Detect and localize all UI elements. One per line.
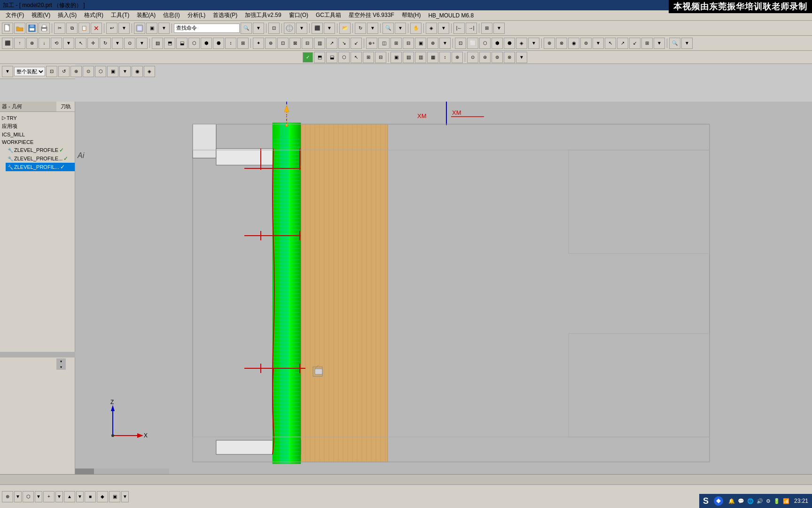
undo-button[interactable]: ↩: [106, 23, 117, 34]
tb2-b26[interactable]: ↙: [351, 38, 362, 49]
tb2-b42[interactable]: ⊗: [556, 38, 567, 49]
rotate-button[interactable]: ↻: [355, 23, 366, 34]
menu-assembly[interactable]: 装配(A): [133, 11, 159, 20]
tb2-b3[interactable]: ⊕: [26, 38, 38, 49]
layer-button[interactable]: 📂: [339, 23, 351, 34]
tb2-b36[interactable]: ⬡: [479, 38, 491, 49]
tb2-b29[interactable]: ⊞: [390, 38, 402, 49]
tb2-b8[interactable]: ⊙: [124, 38, 135, 49]
tb4-b8[interactable]: ◉: [132, 66, 143, 77]
tb2-b32[interactable]: ⊕: [427, 38, 438, 49]
tb3-b7[interactable]: ⊟: [375, 52, 386, 63]
bottom-arrow1[interactable]: ▼: [14, 491, 22, 502]
tb2-b46[interactable]: ↖: [605, 38, 616, 49]
view-shade[interactable]: [134, 23, 145, 34]
tb2-b50[interactable]: ▼: [654, 38, 665, 49]
tb4-b9[interactable]: ◈: [144, 66, 155, 77]
bottom-b3[interactable]: +: [43, 491, 55, 502]
cad-canvas[interactable]: XM XM Z X Ai: [75, 102, 812, 484]
save-button[interactable]: [26, 23, 38, 34]
tb3-b11[interactable]: ▦: [427, 52, 438, 63]
tb2-b20[interactable]: ⊡: [277, 38, 289, 49]
tb3-b4[interactable]: ⬡: [338, 52, 350, 63]
tb2-b16[interactable]: ↕: [225, 38, 236, 49]
tb3-b3[interactable]: ⬓: [326, 52, 337, 63]
menu-format[interactable]: 格式(R): [80, 11, 107, 20]
tb2-rotate2[interactable]: ↻: [100, 38, 111, 49]
tray-icon-start[interactable]: S: [703, 496, 709, 506]
menu-hbmould[interactable]: HB_MOULD M6.8: [424, 12, 477, 19]
zoom-arrow[interactable]: ▼: [395, 23, 406, 34]
scroll-arrow-down[interactable]: ▾: [56, 358, 66, 364]
tb2-b13[interactable]: ⬡: [188, 38, 200, 49]
tb2-b49[interactable]: ⊞: [641, 38, 653, 49]
vertical-scrollbar-left[interactable]: [0, 352, 75, 357]
tb2-b15[interactable]: ⬣: [213, 38, 224, 49]
tb3-b6[interactable]: ⊞: [363, 52, 374, 63]
tb2-b34[interactable]: ⊡: [455, 38, 466, 49]
tb3-b10[interactable]: ▥: [415, 52, 426, 63]
tb2-b28[interactable]: ◫: [378, 38, 390, 49]
tb3-b15[interactable]: ⊛: [479, 52, 491, 63]
tree-item-try[interactable]: ▷ TRY: [0, 114, 75, 122]
select-mode-dropdown[interactable]: 整个装配 部件 组件: [14, 67, 45, 76]
tb2-b25[interactable]: ↘: [338, 38, 350, 49]
view-wire[interactable]: ▣: [146, 23, 157, 34]
tb3-b18[interactable]: ▼: [516, 52, 527, 63]
tb4-b1[interactable]: ⊡: [46, 66, 57, 77]
tb3-b5[interactable]: ↖: [351, 52, 362, 63]
tb3-b17[interactable]: ⊗: [504, 52, 515, 63]
bottom-b7[interactable]: ▣: [109, 491, 120, 502]
tb4-b3[interactable]: ⊕: [70, 66, 82, 77]
zoom-in[interactable]: 🔍: [383, 23, 394, 34]
tb2-b48[interactable]: ↙: [629, 38, 640, 49]
rotate-arrow[interactable]: ▼: [367, 23, 378, 34]
tb3-b2[interactable]: ⬒: [314, 52, 325, 63]
bottom-arrow3[interactable]: ▼: [55, 491, 63, 502]
tb2-b17[interactable]: ⊞: [237, 38, 249, 49]
tb2-b21[interactable]: ⊠: [289, 38, 301, 49]
sphere-view-arrow[interactable]: ▼: [296, 23, 307, 34]
tb4-b6[interactable]: ▣: [107, 66, 118, 77]
tb2-b40[interactable]: ▼: [528, 38, 539, 49]
search-button[interactable]: 🔍: [241, 23, 252, 34]
paste-button[interactable]: 📋: [78, 23, 90, 34]
sphere-view[interactable]: [284, 23, 295, 34]
tb2-b10[interactable]: ▤: [152, 38, 163, 49]
tb2-b38[interactable]: ⬣: [504, 38, 515, 49]
tb2-b39[interactable]: ◈: [516, 38, 527, 49]
tray-icon-2[interactable]: 💬: [738, 498, 744, 504]
tree-item-zlevel3[interactable]: 🔧 ZLEVEL_PROFIL... ✓: [6, 163, 75, 171]
new-button[interactable]: [2, 23, 13, 34]
menu-gc[interactable]: GC工具箱: [312, 11, 345, 20]
tb3-b9[interactable]: ▤: [403, 52, 414, 63]
tb3-verify[interactable]: ✓: [303, 52, 313, 63]
tree-item-workpiece[interactable]: WORKPIECE: [0, 138, 75, 146]
tb3-b12[interactable]: ↕: [439, 52, 451, 63]
tb2-b1[interactable]: ⬛: [2, 38, 13, 49]
tree-item-zlevel2[interactable]: 🔧 ZLEVEL_PROFILE... ✓: [6, 154, 75, 163]
tray-app-icon[interactable]: [711, 494, 726, 508]
tray-icon-5[interactable]: ⚙: [766, 498, 771, 504]
bottom-b1[interactable]: ⊕: [2, 491, 13, 502]
bottom-b6[interactable]: ◆: [97, 491, 108, 502]
tb2-b23[interactable]: ▥: [314, 38, 325, 49]
cut-button[interactable]: ✂: [54, 23, 65, 34]
bottom-arrow2[interactable]: ▼: [35, 491, 42, 502]
menu-help[interactable]: 帮助(H): [398, 11, 425, 20]
tb2-b45[interactable]: ▼: [593, 38, 604, 49]
tb2-b24[interactable]: ↗: [326, 38, 337, 49]
tb2-b11[interactable]: ⬒: [164, 38, 175, 49]
tb3-b14[interactable]: ⊙: [467, 52, 478, 63]
view3d-arrow[interactable]: ▼: [438, 23, 449, 34]
menu-insert[interactable]: 插入(S): [54, 11, 80, 20]
tb4-b5[interactable]: ⬡: [95, 66, 106, 77]
tb2-b35[interactable]: ⬜: [467, 38, 478, 49]
bottom-b4[interactable]: ▲: [64, 491, 75, 502]
tb2-b44[interactable]: ⊚: [580, 38, 592, 49]
tb2-move[interactable]: ✛: [87, 38, 99, 49]
tb2-b12[interactable]: ⬓: [176, 38, 187, 49]
undo-arrow[interactable]: ▼: [118, 23, 130, 34]
open-button[interactable]: [14, 23, 25, 34]
tb2-b27[interactable]: ⊕+: [366, 38, 377, 49]
